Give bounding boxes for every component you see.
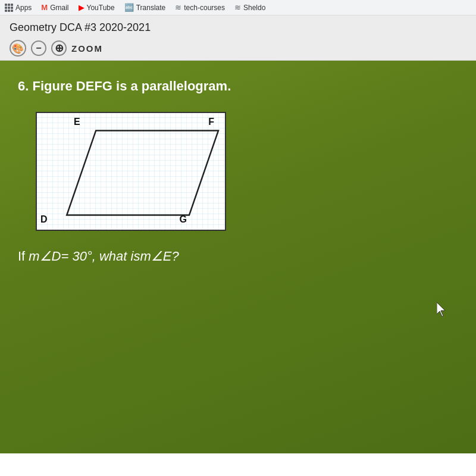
bookmark-apps[interactable]: Apps bbox=[5, 4, 32, 12]
palette-icon[interactable]: 🎨 bbox=[10, 40, 26, 57]
svg-marker-0 bbox=[67, 130, 218, 215]
bookmark-tech-courses[interactable]: ≋ tech-courses bbox=[175, 3, 225, 12]
if-text: If bbox=[18, 249, 25, 264]
bookmark-gmail[interactable]: M Gmail bbox=[41, 3, 68, 12]
apps-icon bbox=[5, 4, 13, 12]
vertex-label-G: G bbox=[180, 214, 187, 225]
gmail-icon: M bbox=[41, 3, 48, 12]
zoom-label: ZOOM bbox=[71, 43, 103, 54]
toolbar-area: Geometry DCA #3 2020-2021 🎨 − ⊕ ZOOM bbox=[0, 15, 476, 61]
bookmark-apps-label: Apps bbox=[15, 4, 32, 12]
youtube-icon: ▶ bbox=[79, 3, 84, 12]
mouse-cursor bbox=[437, 302, 446, 317]
svg-marker-1 bbox=[437, 302, 445, 317]
bookmark-sheldo[interactable]: ≋ Sheldo bbox=[234, 3, 265, 12]
bookmark-tech-label: tech-courses bbox=[184, 4, 225, 12]
bookmark-translate[interactable]: 🔤 Translate bbox=[124, 3, 166, 12]
angle-e-text: m∠E bbox=[140, 249, 171, 264]
bookmark-bar: Apps M Gmail ▶ YouTube 🔤 Translate ≋ tec… bbox=[0, 0, 476, 15]
bookmark-sheldo-label: Sheldo bbox=[243, 4, 265, 12]
question-mark: ? bbox=[171, 249, 178, 264]
question-text: 6. Figure DEFG is a parallelogram. bbox=[18, 79, 458, 94]
vertex-label-D: D bbox=[40, 214, 48, 225]
vertex-label-E: E bbox=[74, 117, 80, 127]
bookmark-youtube[interactable]: ▶ YouTube bbox=[79, 3, 115, 12]
parallelogram-svg bbox=[37, 113, 225, 230]
bookmark-gmail-label: Gmail bbox=[50, 4, 68, 12]
zoom-in-button[interactable]: ⊕ bbox=[51, 40, 67, 56]
main-content: 6. Figure DEFG is a parallelogram. E F D… bbox=[0, 61, 476, 453]
equals-text: = 30°, what is bbox=[61, 249, 140, 264]
math-question: If m∠D = 30°, what is m∠E ? bbox=[18, 249, 458, 264]
translate-icon: 🔤 bbox=[124, 3, 134, 12]
page-title: Geometry DCA #3 2020-2021 bbox=[10, 21, 466, 34]
zoom-controls: 🎨 − ⊕ ZOOM bbox=[10, 40, 466, 57]
zoom-out-button[interactable]: − bbox=[31, 40, 46, 56]
question-number: 6. bbox=[18, 79, 29, 93]
tech-courses-icon: ≋ bbox=[175, 3, 181, 12]
bookmark-translate-label: Translate bbox=[136, 4, 166, 12]
bookmark-youtube-label: YouTube bbox=[87, 4, 115, 12]
parallelogram-figure: E F D G bbox=[36, 112, 226, 231]
question-body: Figure DEFG is a parallelogram. bbox=[32, 79, 231, 93]
vertex-label-F: F bbox=[208, 117, 214, 127]
sheldo-icon: ≋ bbox=[234, 3, 241, 12]
angle-d-text: m∠D bbox=[29, 249, 61, 264]
